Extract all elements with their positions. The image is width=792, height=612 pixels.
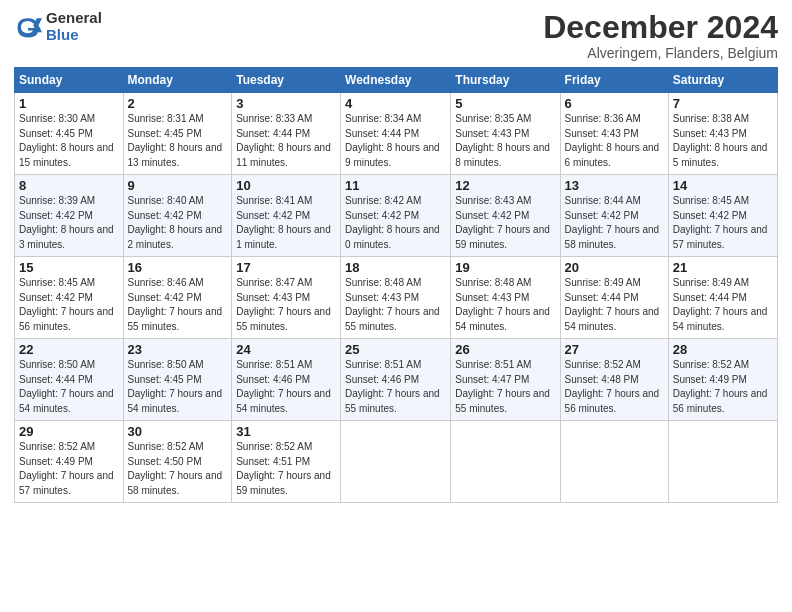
day-number: 15: [19, 260, 119, 275]
day-info: Sunrise: 8:31 AMSunset: 4:45 PMDaylight:…: [128, 113, 223, 168]
logo-text: General Blue: [46, 10, 102, 43]
logo: General Blue: [14, 10, 102, 43]
table-row: 15 Sunrise: 8:45 AMSunset: 4:42 PMDaylig…: [15, 257, 124, 339]
day-info: Sunrise: 8:52 AMSunset: 4:49 PMDaylight:…: [673, 359, 768, 414]
day-number: 19: [455, 260, 555, 275]
day-info: Sunrise: 8:35 AMSunset: 4:43 PMDaylight:…: [455, 113, 550, 168]
table-row: 31 Sunrise: 8:52 AMSunset: 4:51 PMDaylig…: [232, 421, 341, 503]
day-info: Sunrise: 8:42 AMSunset: 4:42 PMDaylight:…: [345, 195, 440, 250]
logo-blue: Blue: [46, 27, 102, 44]
calendar-week-2: 8 Sunrise: 8:39 AMSunset: 4:42 PMDayligh…: [15, 175, 778, 257]
day-info: Sunrise: 8:52 AMSunset: 4:49 PMDaylight:…: [19, 441, 114, 496]
table-row: 29 Sunrise: 8:52 AMSunset: 4:49 PMDaylig…: [15, 421, 124, 503]
day-number: 5: [455, 96, 555, 111]
day-info: Sunrise: 8:39 AMSunset: 4:42 PMDaylight:…: [19, 195, 114, 250]
calendar-week-1: 1 Sunrise: 8:30 AMSunset: 4:45 PMDayligh…: [15, 93, 778, 175]
day-number: 30: [128, 424, 228, 439]
day-info: Sunrise: 8:43 AMSunset: 4:42 PMDaylight:…: [455, 195, 550, 250]
logo-icon: [14, 13, 42, 41]
table-row: 21 Sunrise: 8:49 AMSunset: 4:44 PMDaylig…: [668, 257, 777, 339]
table-row: 25 Sunrise: 8:51 AMSunset: 4:46 PMDaylig…: [341, 339, 451, 421]
day-info: Sunrise: 8:52 AMSunset: 4:51 PMDaylight:…: [236, 441, 331, 496]
day-info: Sunrise: 8:30 AMSunset: 4:45 PMDaylight:…: [19, 113, 114, 168]
header-row: Sunday Monday Tuesday Wednesday Thursday…: [15, 68, 778, 93]
col-tuesday: Tuesday: [232, 68, 341, 93]
logo-general: General: [46, 10, 102, 27]
table-row: 13 Sunrise: 8:44 AMSunset: 4:42 PMDaylig…: [560, 175, 668, 257]
day-number: 21: [673, 260, 773, 275]
day-number: 2: [128, 96, 228, 111]
day-info: Sunrise: 8:52 AMSunset: 4:48 PMDaylight:…: [565, 359, 660, 414]
table-row: 26 Sunrise: 8:51 AMSunset: 4:47 PMDaylig…: [451, 339, 560, 421]
day-number: 26: [455, 342, 555, 357]
day-info: Sunrise: 8:48 AMSunset: 4:43 PMDaylight:…: [455, 277, 550, 332]
day-info: Sunrise: 8:51 AMSunset: 4:47 PMDaylight:…: [455, 359, 550, 414]
day-number: 4: [345, 96, 446, 111]
table-row: 23 Sunrise: 8:50 AMSunset: 4:45 PMDaylig…: [123, 339, 232, 421]
day-info: Sunrise: 8:36 AMSunset: 4:43 PMDaylight:…: [565, 113, 660, 168]
col-sunday: Sunday: [15, 68, 124, 93]
day-info: Sunrise: 8:49 AMSunset: 4:44 PMDaylight:…: [673, 277, 768, 332]
table-row: 3 Sunrise: 8:33 AMSunset: 4:44 PMDayligh…: [232, 93, 341, 175]
col-saturday: Saturday: [668, 68, 777, 93]
day-info: Sunrise: 8:44 AMSunset: 4:42 PMDaylight:…: [565, 195, 660, 250]
col-monday: Monday: [123, 68, 232, 93]
col-thursday: Thursday: [451, 68, 560, 93]
table-row: 30 Sunrise: 8:52 AMSunset: 4:50 PMDaylig…: [123, 421, 232, 503]
subtitle: Alveringem, Flanders, Belgium: [543, 45, 778, 61]
table-row: 9 Sunrise: 8:40 AMSunset: 4:42 PMDayligh…: [123, 175, 232, 257]
day-number: 10: [236, 178, 336, 193]
day-info: Sunrise: 8:40 AMSunset: 4:42 PMDaylight:…: [128, 195, 223, 250]
table-row: 28 Sunrise: 8:52 AMSunset: 4:49 PMDaylig…: [668, 339, 777, 421]
table-row: 11 Sunrise: 8:42 AMSunset: 4:42 PMDaylig…: [341, 175, 451, 257]
day-number: 13: [565, 178, 664, 193]
day-info: Sunrise: 8:38 AMSunset: 4:43 PMDaylight:…: [673, 113, 768, 168]
day-number: 11: [345, 178, 446, 193]
day-number: 6: [565, 96, 664, 111]
table-row: 24 Sunrise: 8:51 AMSunset: 4:46 PMDaylig…: [232, 339, 341, 421]
table-row: 20 Sunrise: 8:49 AMSunset: 4:44 PMDaylig…: [560, 257, 668, 339]
day-number: 12: [455, 178, 555, 193]
table-row: [451, 421, 560, 503]
col-friday: Friday: [560, 68, 668, 93]
day-number: 25: [345, 342, 446, 357]
day-info: Sunrise: 8:47 AMSunset: 4:43 PMDaylight:…: [236, 277, 331, 332]
title-block: December 2024 Alveringem, Flanders, Belg…: [543, 10, 778, 61]
table-row: [668, 421, 777, 503]
day-number: 29: [19, 424, 119, 439]
day-info: Sunrise: 8:45 AMSunset: 4:42 PMDaylight:…: [673, 195, 768, 250]
table-row: 17 Sunrise: 8:47 AMSunset: 4:43 PMDaylig…: [232, 257, 341, 339]
month-title: December 2024: [543, 10, 778, 45]
table-row: [341, 421, 451, 503]
table-row: 19 Sunrise: 8:48 AMSunset: 4:43 PMDaylig…: [451, 257, 560, 339]
table-row: 8 Sunrise: 8:39 AMSunset: 4:42 PMDayligh…: [15, 175, 124, 257]
day-info: Sunrise: 8:34 AMSunset: 4:44 PMDaylight:…: [345, 113, 440, 168]
day-number: 31: [236, 424, 336, 439]
calendar-week-4: 22 Sunrise: 8:50 AMSunset: 4:44 PMDaylig…: [15, 339, 778, 421]
day-info: Sunrise: 8:48 AMSunset: 4:43 PMDaylight:…: [345, 277, 440, 332]
table-row: 12 Sunrise: 8:43 AMSunset: 4:42 PMDaylig…: [451, 175, 560, 257]
day-number: 8: [19, 178, 119, 193]
table-row: 14 Sunrise: 8:45 AMSunset: 4:42 PMDaylig…: [668, 175, 777, 257]
table-row: 27 Sunrise: 8:52 AMSunset: 4:48 PMDaylig…: [560, 339, 668, 421]
day-number: 14: [673, 178, 773, 193]
day-number: 3: [236, 96, 336, 111]
day-info: Sunrise: 8:33 AMSunset: 4:44 PMDaylight:…: [236, 113, 331, 168]
day-number: 7: [673, 96, 773, 111]
table-row: 7 Sunrise: 8:38 AMSunset: 4:43 PMDayligh…: [668, 93, 777, 175]
day-number: 24: [236, 342, 336, 357]
day-number: 28: [673, 342, 773, 357]
table-row: 16 Sunrise: 8:46 AMSunset: 4:42 PMDaylig…: [123, 257, 232, 339]
day-number: 23: [128, 342, 228, 357]
day-info: Sunrise: 8:51 AMSunset: 4:46 PMDaylight:…: [345, 359, 440, 414]
table-row: [560, 421, 668, 503]
day-number: 9: [128, 178, 228, 193]
main-container: General Blue December 2024 Alveringem, F…: [0, 0, 792, 612]
day-info: Sunrise: 8:50 AMSunset: 4:44 PMDaylight:…: [19, 359, 114, 414]
day-number: 22: [19, 342, 119, 357]
table-row: 22 Sunrise: 8:50 AMSunset: 4:44 PMDaylig…: [15, 339, 124, 421]
calendar-table: Sunday Monday Tuesday Wednesday Thursday…: [14, 67, 778, 503]
day-number: 1: [19, 96, 119, 111]
col-wednesday: Wednesday: [341, 68, 451, 93]
table-row: 18 Sunrise: 8:48 AMSunset: 4:43 PMDaylig…: [341, 257, 451, 339]
